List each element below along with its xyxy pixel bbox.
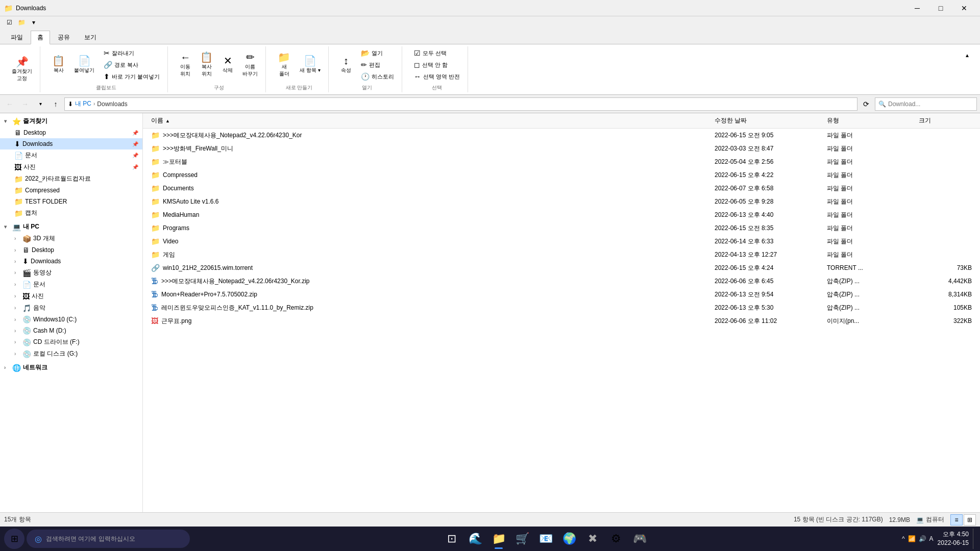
file-row-3[interactable]: 📁 Compressed 2022-06-15 오후 4:22 파일 폴더	[143, 168, 980, 182]
sidebar-item-3d[interactable]: › 📦 3D 개체	[0, 233, 142, 244]
recent-locations-button[interactable]: ▾	[34, 97, 47, 111]
taskbar-settings[interactable]: ⚙	[605, 528, 627, 550]
taskbar-time[interactable]: 오후 4:50 2022-06-15	[938, 530, 969, 547]
maximize-button[interactable]: □	[929, 0, 952, 16]
rename-button[interactable]: ✏ 이름바꾸기	[239, 50, 261, 80]
sidebar-item-desktop-pc[interactable]: › 🖥 Desktop	[0, 244, 142, 256]
taskbar-store[interactable]: 🛒	[511, 528, 533, 550]
tab-view[interactable]: 보기	[78, 31, 103, 44]
file-row-11[interactable]: 🗜 >>>메모장대체사용_Notepad2_v4.22.06r4230_Kor.…	[143, 274, 980, 288]
sidebar-item-pics-pc[interactable]: › 🖼 사진	[0, 290, 142, 302]
sidebar-section-network[interactable]: › 🌐 네트워크	[0, 362, 142, 373]
taskbar-search[interactable]: ◎ 검색하려면 여기에 입력하십시오	[27, 530, 190, 548]
sidebar-item-downloads-fav[interactable]: ⬇ Downloads 📌	[0, 138, 142, 149]
select-all-button[interactable]: ☑모두 선택	[410, 47, 463, 59]
sidebar-item-downloads-pc[interactable]: › ⬇ Downloads	[0, 256, 142, 267]
file-row-9[interactable]: 📁 게임 2022-04-13 오후 12:27 파일 폴더	[143, 248, 980, 261]
properties-button[interactable]: ↕ 속성	[337, 54, 355, 76]
select-none-button[interactable]: ◻선택 안 함	[410, 59, 463, 70]
file-row-12[interactable]: 🗜 Moon+Reader+Pro+7.5.705002.zip 2022-06…	[143, 288, 980, 301]
mypc-arrow[interactable]: ▾	[4, 224, 10, 230]
sidebar-item-worldcup[interactable]: 📁 2022_카타르월드컵자료	[0, 173, 142, 185]
file-row-2[interactable]: 📁 ≫포터블 2022-05-04 오후 2:56 파일 폴더	[143, 155, 980, 168]
show-desktop-button[interactable]	[973, 529, 976, 549]
copy-to-button[interactable]: 📋 복사위치	[197, 50, 216, 80]
new-item-button[interactable]: 📄 새 항목 ▾	[296, 54, 324, 76]
sidebar-item-c-drive[interactable]: › 💿 Windows10 (C:)	[0, 314, 142, 325]
cut-button[interactable]: ✂잘라내기	[100, 47, 163, 59]
file-row-6[interactable]: 📁 MediaHuman 2022-06-13 오후 4:40 파일 폴더	[143, 208, 980, 221]
sidebar-item-pictures-fav[interactable]: 🖼 사진 📌	[0, 161, 142, 173]
minimize-button[interactable]: ─	[905, 0, 929, 16]
taskbar-mail[interactable]: 📧	[534, 528, 557, 550]
sidebar-item-desktop-fav[interactable]: 🖥 Desktop 📌	[0, 127, 142, 138]
move-button[interactable]: ← 이동위치	[176, 50, 194, 80]
file-row-5[interactable]: 📁 KMSAuto Lite v1.6.6 2022-06-05 오후 9:28…	[143, 195, 980, 208]
sidebar-item-g-drive[interactable]: › 💿 로컬 디스크 (G:)	[0, 348, 142, 360]
file-row-0[interactable]: 📁 >>>메모장대체사용_Notepad2_v4.22.06r4230_Kor …	[143, 129, 980, 142]
sidebar-item-documents-fav[interactable]: 📄 문서 📌	[0, 149, 142, 161]
delete-button[interactable]: ✕ 삭제	[218, 54, 237, 76]
sidebar-item-music[interactable]: › 🎵 음악	[0, 302, 142, 314]
col-header-date[interactable]: 수정한 날짜	[710, 115, 823, 126]
forward-button[interactable]: →	[18, 97, 32, 111]
start-button[interactable]: ⊞	[4, 529, 24, 549]
favorites-arrow[interactable]: ▾	[4, 118, 10, 124]
history-button[interactable]: 🕐히스토리	[357, 71, 398, 82]
taskbar-chrome[interactable]: 🌍	[558, 528, 580, 550]
sidebar-section-favorites[interactable]: ▾ ⭐ 즐겨찾기	[0, 115, 142, 127]
file-row-14[interactable]: 🖼 근무표.png 2022-06-06 오후 11:02 이미지(pn... …	[143, 314, 980, 328]
taskbar-task-view[interactable]: ⊡	[440, 528, 463, 550]
close-button[interactable]: ✕	[952, 0, 976, 16]
sidebar-item-capture[interactable]: 📁 캡처	[0, 207, 142, 219]
copy-button[interactable]: 📋 복사	[48, 54, 68, 76]
back-button[interactable]: ←	[3, 97, 16, 111]
qat-dropdown[interactable]: ▾	[29, 17, 39, 28]
taskbar-edge[interactable]: 🌊	[464, 528, 486, 550]
col-header-type[interactable]: 유형	[823, 115, 915, 126]
new-folder-button[interactable]: 📁 새폴더	[274, 50, 294, 80]
list-view-button[interactable]: ≡	[950, 514, 963, 525]
tab-file[interactable]: 파일	[4, 31, 30, 44]
file-row-4[interactable]: 📁 Documents 2022-06-07 오후 6:58 파일 폴더	[143, 182, 980, 195]
qat-folder[interactable]: 📁	[16, 17, 27, 28]
sidebar-item-testfolder[interactable]: 📁 TEST FOLDER	[0, 196, 142, 207]
col-header-name[interactable]: 이름 ▲	[147, 115, 710, 126]
file-row-10[interactable]: 🔗 win10_21H2_220615.wim.torrent 2022-06-…	[143, 261, 980, 274]
file-row-7[interactable]: 📁 Programs 2022-06-15 오전 8:35 파일 폴더	[143, 221, 980, 235]
tab-share[interactable]: 공유	[51, 31, 77, 44]
breadcrumb-bar[interactable]: ⬇ 내 PC › Downloads	[64, 97, 857, 111]
sidebar-item-docs-pc[interactable]: › 📄 문서	[0, 279, 142, 290]
file-row-13[interactable]: 🗜 레미즈윈도우맞오피스인증_KAT_v1.11.0_by_Remiz.zip …	[143, 301, 980, 314]
qat-checkbox[interactable]: ☑	[4, 17, 14, 28]
invert-selection-button[interactable]: ↔선택 영역 반전	[410, 71, 463, 82]
taskbar-game[interactable]: 🎮	[628, 528, 651, 550]
breadcrumb-downloads[interactable]: Downloads	[97, 101, 127, 108]
hidden-icons-button[interactable]: ^	[902, 535, 905, 542]
collapse-ribbon-button[interactable]: ▲	[961, 48, 974, 62]
col-header-size[interactable]: 크기	[915, 115, 976, 126]
up-button[interactable]: ↑	[49, 97, 62, 111]
edit-button[interactable]: ✏편집	[357, 59, 398, 70]
open-button[interactable]: 📂열기	[357, 47, 398, 59]
tab-home[interactable]: 홈	[31, 31, 50, 44]
file-row-8[interactable]: 📁 Video 2022-06-14 오후 6:33 파일 폴더	[143, 235, 980, 248]
detail-view-button[interactable]: ⊞	[964, 514, 976, 525]
sidebar-item-f-drive[interactable]: › 💿 CD 드라이브 (F:)	[0, 336, 142, 348]
file-name-5: 📁 KMSAuto Lite v1.6.6	[147, 196, 710, 207]
taskbar-explorer[interactable]: 📁	[487, 528, 510, 550]
breadcrumb-pc[interactable]: 내 PC	[75, 99, 91, 108]
copy-path-button[interactable]: 🔗경로 복사	[100, 59, 163, 70]
paste-button[interactable]: 📄 붙여넣기	[70, 54, 98, 76]
search-input[interactable]	[888, 101, 973, 108]
sidebar-item-d-drive[interactable]: › 💿 Cash M (D:)	[0, 325, 142, 336]
network-arrow[interactable]: ›	[4, 365, 10, 370]
taskbar-tools[interactable]: ✖	[581, 528, 604, 550]
paste-shortcut-button[interactable]: ⬆바로 가기 붙여넣기	[100, 71, 163, 82]
file-row-1[interactable]: 📁 >>>방화벽_FireWall_미니 2022-03-03 오전 8:47 …	[143, 142, 980, 155]
refresh-button[interactable]: ⟳	[860, 97, 873, 111]
sidebar-item-videos[interactable]: › 🎬 동영상	[0, 267, 142, 279]
sidebar-section-mypc[interactable]: ▾ 💻 내 PC	[0, 221, 142, 233]
pin-button[interactable]: 📌 즐겨찾기고정	[8, 55, 36, 84]
sidebar-item-compressed-fav[interactable]: 📁 Compressed	[0, 185, 142, 196]
